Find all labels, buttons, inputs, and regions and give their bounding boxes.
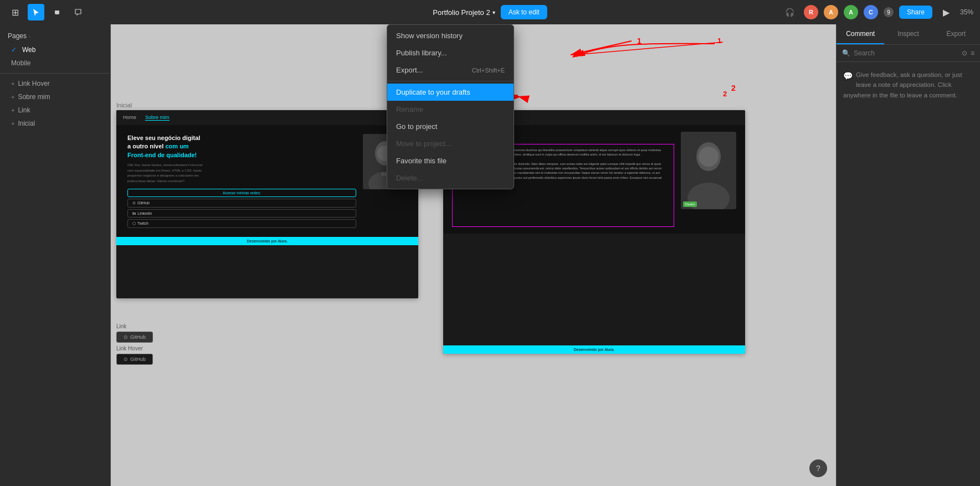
main-layout: Pages › Web Mobile + Link Hover + Sobre … xyxy=(0,24,980,486)
right-panel: Comment Inspect Export 🔍 ⊙ ≡ 💬 Give feed… xyxy=(836,24,980,486)
avatar-c[interactable]: C xyxy=(864,5,878,19)
link-preview-section: Link ⊙ GitHub xyxy=(116,323,153,343)
duplicate-to-drafts-item[interactable]: Duplicate to your drafts xyxy=(387,84,514,101)
sidebar-item-link-hover[interactable]: + Link Hover xyxy=(0,77,110,90)
question-mark-icon: ? xyxy=(816,464,820,473)
dropdown-menu: Show version history Publish library... … xyxy=(387,24,514,189)
delete-item: Delete... xyxy=(387,169,514,187)
play-button[interactable]: ▶ xyxy=(938,4,955,20)
export-item[interactable]: Export... Ctrl+Shift+E xyxy=(387,61,514,79)
ask-to-edit-button[interactable]: Ask to edit xyxy=(501,5,547,19)
search-input[interactable] xyxy=(854,49,958,57)
linkedin-icon: in xyxy=(132,211,136,215)
topbar-left: ⊞ xyxy=(7,4,86,20)
topbar-right: 🎧 R A A C 9 Share ▶ 35% xyxy=(782,4,973,20)
sobre-image-area: Danilo xyxy=(681,132,736,227)
link-hover-github-btn[interactable]: ⊙ GitHub xyxy=(116,354,153,365)
linkedin-btn[interactable]: in Linkedin xyxy=(127,209,356,218)
annotation-2: 2 xyxy=(723,90,727,98)
cta-button[interactable]: Acesse minhas redes: xyxy=(127,189,356,197)
svg-text:21: 21 xyxy=(382,172,387,177)
twitch-icon: ⬡ xyxy=(132,221,136,226)
dropdown-divider-1 xyxy=(387,81,514,81)
svg-marker-17 xyxy=(572,52,578,58)
github-icon: ⊙ xyxy=(132,201,136,205)
svg-rect-0 xyxy=(55,12,59,14)
frame-hero-1: Eleve seu negócio digital a outro nível … xyxy=(116,125,418,237)
feedback-area: 💬 Give feedback, ask a question, or just… xyxy=(837,62,980,108)
zoom-level[interactable]: 35% xyxy=(960,8,973,16)
help-button[interactable]: ? xyxy=(809,459,827,477)
rename-item: Rename xyxy=(387,101,514,118)
headphone-icon[interactable]: 🎧 xyxy=(782,4,798,20)
canvas-area[interactable]: Show version history Publish library... … xyxy=(111,24,836,486)
svg-line-16 xyxy=(575,42,723,55)
pages-section-header[interactable]: Pages › xyxy=(0,29,110,43)
notification-badge[interactable]: 9 xyxy=(884,7,894,17)
left-sidebar: Pages › Web Mobile + Link Hover + Sobre … xyxy=(0,24,111,486)
sidebar-item-link[interactable]: + Link xyxy=(0,104,110,117)
canvas-content: Show version history Publish library... … xyxy=(111,24,836,486)
github-circle-icon: ⊙ xyxy=(124,334,128,340)
topbar-center: Portfolio Projeto 2 ▾ Ask to edit xyxy=(433,5,547,19)
sidebar-item-web[interactable]: Web xyxy=(0,43,110,56)
sidebar-item-sobre-mim[interactable]: + Sobre mim xyxy=(0,90,110,104)
frame-footer-1: Desenvolvido por Alura. xyxy=(116,237,418,245)
search-icon: 🔍 xyxy=(842,49,850,57)
svg-text:2: 2 xyxy=(731,84,736,92)
svg-line-10 xyxy=(571,41,632,55)
nav-sobre-1[interactable]: Sobre mim xyxy=(145,115,170,121)
frame-footer-2: Desenvolvido por Alura. xyxy=(443,345,745,354)
plus-icon-3: + xyxy=(11,107,14,113)
danilo-badge: Danilo xyxy=(683,201,697,207)
nav-home-1[interactable]: Home xyxy=(123,115,136,121)
avatar-r[interactable]: R xyxy=(804,5,818,19)
project-title[interactable]: Portfolio Projeto 2 ▾ xyxy=(433,8,495,17)
plus-icon-2: + xyxy=(11,94,14,100)
twitch-btn[interactable]: ⬡ Twitch xyxy=(127,219,356,228)
github-circle-icon-2: ⊙ xyxy=(124,356,128,362)
topbar: ⊞ Portfolio Projeto 2 ▾ Ask to edit 🎧 R … xyxy=(0,0,980,24)
menu-tool-btn[interactable]: ⊞ xyxy=(7,4,23,20)
github-btn[interactable]: ⊙ GitHub xyxy=(127,199,356,208)
hand-tool-btn[interactable] xyxy=(49,4,65,20)
share-button[interactable]: Share xyxy=(899,6,932,19)
plus-icon-4: + xyxy=(11,120,14,127)
tab-export[interactable]: Export xyxy=(932,24,980,44)
favorite-file-item[interactable]: Favorite this file xyxy=(387,152,514,169)
link-github-btn[interactable]: ⊙ GitHub xyxy=(116,332,153,343)
svg-point-9 xyxy=(699,147,719,167)
tab-comment[interactable]: Comment xyxy=(837,24,884,44)
show-version-history-item[interactable]: Show version history xyxy=(387,27,514,44)
annotation-1: 1 xyxy=(717,37,721,45)
sidebar-item-inicial[interactable]: + Inicial xyxy=(0,117,110,130)
cursor-tool-btn[interactable] xyxy=(28,4,44,20)
avatar-a1[interactable]: A xyxy=(824,5,838,19)
svg-text:1: 1 xyxy=(637,37,642,45)
link-hover-preview-section: Link Hover ⊙ GitHub xyxy=(116,345,153,365)
hero-body: Olá! Sou Joana Santos, desenvolvedora Fr… xyxy=(127,163,356,184)
hero-text: Eleve seu negócio digital a outro nível … xyxy=(127,134,356,228)
tab-inspect[interactable]: Inspect xyxy=(884,24,932,44)
right-panel-tabs: Comment Inspect Export xyxy=(837,24,980,45)
comment-icon: 💬 xyxy=(843,70,853,82)
filter-icon[interactable]: ⊙ xyxy=(962,49,967,57)
avatar-a2[interactable]: A xyxy=(844,5,858,19)
hero-heading: Eleve seu negócio digital a outro nível … xyxy=(127,134,356,159)
inicial-label: Inicial xyxy=(116,102,132,108)
link-hover-label: Link Hover xyxy=(116,345,153,351)
link-label: Link xyxy=(116,323,153,329)
plus-icon: + xyxy=(11,80,14,87)
move-to-project-item: Move to project... xyxy=(387,135,514,152)
publish-library-item[interactable]: Publish library... xyxy=(387,44,514,61)
frame-inicial[interactable]: Home Sobre mim Eleve seu negócio digital… xyxy=(116,110,418,298)
right-panel-search-bar: 🔍 ⊙ ≡ xyxy=(837,45,980,62)
feedback-text: Give feedback, ask a question, or just l… xyxy=(843,71,962,99)
go-to-project-item[interactable]: Go to project xyxy=(387,118,514,135)
comment-tool-btn[interactable] xyxy=(70,4,86,20)
frame-nav-1: Home Sobre mim xyxy=(116,110,418,125)
settings-icon[interactable]: ≡ xyxy=(971,49,974,57)
sidebar-item-mobile[interactable]: Mobile xyxy=(0,56,110,70)
